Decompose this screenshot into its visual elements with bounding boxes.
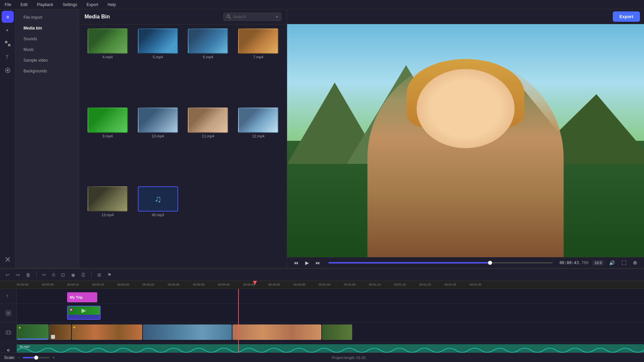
ruler-tick-12: 00:01:00 bbox=[319, 283, 330, 286]
ruler-tick-10: 00:00:50 bbox=[268, 283, 280, 286]
export-button[interactable]: Export bbox=[613, 11, 640, 22]
flag-button[interactable]: ⚑ bbox=[106, 271, 113, 279]
media-item-1[interactable]: 5.mp4 bbox=[133, 28, 182, 106]
time-display: 00:00:43.700 bbox=[559, 260, 589, 265]
sidebar-icon-effects[interactable]: ✦ bbox=[2, 24, 14, 36]
title-clip-label: My Trip bbox=[70, 295, 83, 299]
media-bin-title: Media Bin bbox=[85, 14, 110, 20]
scale-plus[interactable]: + bbox=[52, 355, 55, 360]
play-button[interactable]: ▶ bbox=[304, 259, 310, 266]
icon-sidebar: ⊞ ✦ T bbox=[0, 9, 15, 268]
menu-file[interactable]: File bbox=[3, 2, 13, 8]
fullscreen-button[interactable]: ⛶ bbox=[620, 259, 628, 266]
overlay-clip-1[interactable]: ▶ ★ bbox=[67, 306, 101, 320]
svg-rect-18 bbox=[7, 312, 10, 314]
insert-button[interactable]: ⊞ bbox=[96, 271, 103, 279]
media-item-name-0: 4.mp4 bbox=[103, 55, 113, 59]
star-icon-3: ★ bbox=[73, 325, 76, 329]
panel-item-media-bin[interactable]: Media bin bbox=[18, 23, 76, 33]
menu-playback[interactable]: Playback bbox=[35, 2, 55, 8]
skip-forward-button[interactable]: ⏭ bbox=[314, 259, 322, 266]
main-clip-5[interactable] bbox=[232, 324, 321, 340]
ruler-tick-17: 00:01:25 bbox=[444, 283, 456, 286]
delete-button[interactable]: 🗑 bbox=[24, 271, 32, 279]
align-button[interactable]: ☰ bbox=[79, 271, 87, 279]
fx-star-icon: ★ bbox=[69, 307, 73, 312]
main-clip-6[interactable] bbox=[322, 324, 352, 340]
media-item-2[interactable]: 6.mp4 bbox=[184, 28, 233, 106]
media-item-7[interactable]: 12.mp4 bbox=[234, 108, 283, 185]
media-item-name-4: 9.mp4 bbox=[103, 134, 113, 138]
media-item-5[interactable]: 10.mp4 bbox=[133, 108, 182, 185]
svg-rect-19 bbox=[6, 331, 11, 334]
svg-text:T: T bbox=[6, 295, 8, 298]
cut-button[interactable]: ✂ bbox=[41, 271, 48, 279]
sidebar-icon-transitions[interactable] bbox=[2, 38, 14, 50]
main-clip-2[interactable]: ⧗ bbox=[49, 324, 71, 340]
menu-edit[interactable]: Edit bbox=[18, 2, 30, 8]
media-item-3[interactable]: 7.mp4 bbox=[234, 28, 283, 106]
scale-minus[interactable]: − bbox=[18, 355, 20, 360]
main-clip-3[interactable]: ★ bbox=[72, 324, 142, 340]
main-area: ⊞ ✦ T File import Media bin Sounds Music… bbox=[0, 9, 644, 268]
title-track: T My Trip bbox=[0, 289, 644, 304]
panel-item-music[interactable]: Music bbox=[18, 45, 76, 55]
ruler-tick-9: 00:00:45 bbox=[243, 283, 255, 286]
menu-help[interactable]: Help bbox=[106, 2, 118, 8]
skip-back-button[interactable]: ⏮ bbox=[292, 259, 300, 266]
media-item-9[interactable]: ♫45.mp3 bbox=[133, 186, 182, 264]
menu-export[interactable]: Export bbox=[85, 2, 100, 8]
panel-item-sounds[interactable]: Sounds bbox=[18, 34, 76, 44]
media-item-name-3: 7.mp4 bbox=[253, 55, 264, 59]
scale-bar: Scale: − + Project length: 01:02 bbox=[0, 353, 644, 362]
ruler-tick-7: 00:00:35 bbox=[193, 283, 205, 286]
media-item-name-5: 10.mp4 bbox=[152, 134, 164, 138]
settings-button[interactable]: ⚙ bbox=[632, 259, 639, 266]
undo-button[interactable]: ↩ bbox=[4, 271, 11, 279]
media-item-name-8: 13.mp4 bbox=[102, 213, 114, 217]
star-icon-1: ★ bbox=[18, 326, 21, 329]
menu-settings[interactable]: Settings bbox=[61, 2, 79, 8]
playhead-line bbox=[238, 289, 239, 353]
ruler-tick-5: 00:00:25 bbox=[143, 283, 154, 286]
redo-button[interactable]: ↪ bbox=[14, 271, 21, 279]
media-item-6[interactable]: 11.mp4 bbox=[184, 108, 233, 185]
audio-track-label bbox=[0, 343, 17, 353]
main-track-label bbox=[0, 322, 17, 342]
overlay-track: ▶ ★ bbox=[0, 304, 644, 322]
search-input[interactable] bbox=[233, 14, 273, 19]
scale-slider[interactable] bbox=[23, 357, 50, 358]
panel-item-backgrounds[interactable]: Backgrounds bbox=[18, 66, 76, 76]
sidebar-icon-tools[interactable] bbox=[2, 253, 14, 265]
scale-thumb[interactable] bbox=[34, 356, 38, 360]
main-clip-1[interactable]: ★ bbox=[17, 324, 49, 340]
copy-button[interactable]: ⎘ bbox=[51, 271, 57, 279]
overlay-track-label bbox=[0, 304, 17, 322]
svg-point-7 bbox=[7, 69, 9, 71]
ruler-tick-4: 00:00:20 bbox=[117, 283, 129, 286]
sidebar-icon-home[interactable]: ⊞ bbox=[2, 11, 14, 23]
progress-bar[interactable] bbox=[328, 262, 553, 263]
sidebar-icon-text[interactable]: T bbox=[2, 51, 14, 63]
media-item-4[interactable]: 9.mp4 bbox=[83, 108, 132, 185]
progress-dot bbox=[488, 261, 492, 265]
aspect-ratio-selector[interactable]: 16:9 bbox=[593, 260, 604, 265]
sidebar-icon-filter[interactable] bbox=[2, 64, 14, 76]
project-length: Project length: 01:02 bbox=[57, 356, 640, 360]
color-button[interactable]: ◉ bbox=[69, 271, 77, 279]
svg-rect-4 bbox=[8, 44, 10, 46]
media-item-name-6: 11.mp4 bbox=[202, 134, 214, 138]
panel-item-sample-video[interactable]: Sample video bbox=[18, 55, 76, 65]
crop-button[interactable]: ⊡ bbox=[59, 271, 67, 279]
title-track-content: My Trip bbox=[17, 289, 644, 303]
search-clear-icon[interactable]: ✕ bbox=[275, 15, 278, 19]
main-clip-4[interactable] bbox=[143, 324, 232, 340]
volume-button[interactable]: 🔊 bbox=[608, 259, 616, 266]
media-item-0[interactable]: 4.mp4 bbox=[83, 28, 132, 106]
title-clip[interactable]: My Trip bbox=[67, 292, 97, 302]
media-item-8[interactable]: 13.mp4 bbox=[83, 186, 132, 264]
panel-item-file-import[interactable]: File import bbox=[18, 12, 76, 22]
media-item-name-2: 6.mp4 bbox=[203, 55, 213, 59]
svg-point-10 bbox=[227, 15, 230, 18]
audio-clip[interactable]: 45.mp3 bbox=[17, 344, 644, 353]
